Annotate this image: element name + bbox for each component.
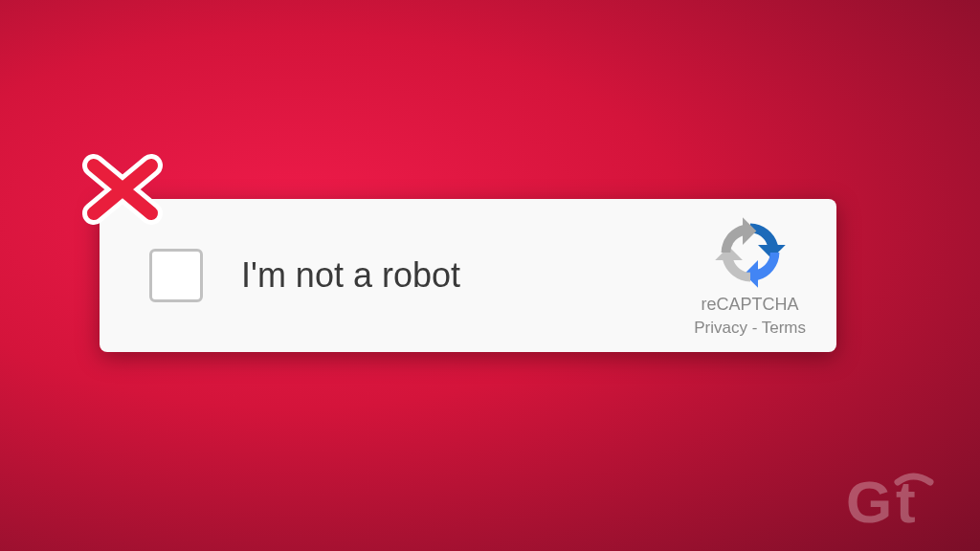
recaptcha-checkbox[interactable] (149, 249, 203, 302)
terms-link[interactable]: Terms (762, 319, 806, 337)
recaptcha-label: I'm not a robot (241, 255, 694, 296)
recaptcha-widget: I'm not a robot reCAPTCHA Privacy - Term… (100, 199, 836, 352)
watermark-logo-icon: G t (846, 463, 961, 540)
recaptcha-brand-text: reCAPTCHA (702, 295, 799, 315)
svg-text:G: G (846, 469, 892, 535)
privacy-link[interactable]: Privacy (694, 319, 747, 337)
recaptcha-links: Privacy - Terms (694, 319, 806, 338)
recaptcha-branding: reCAPTCHA Privacy - Terms (694, 214, 806, 338)
link-separator: - (747, 319, 762, 337)
recaptcha-logo-icon (712, 214, 789, 291)
cross-icon (75, 142, 170, 237)
